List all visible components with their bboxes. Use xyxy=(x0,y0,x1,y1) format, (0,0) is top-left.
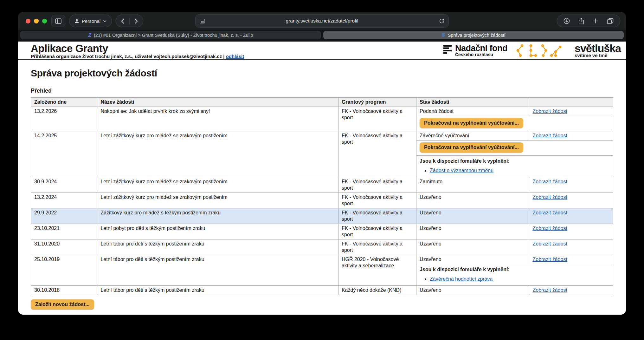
share-icon[interactable] xyxy=(578,18,584,24)
view-application-link[interactable]: Zobrazit žádost xyxy=(532,194,567,200)
toolbar-actions xyxy=(557,15,620,27)
header-logos: Nadační fond Českého rozhlasu xyxy=(443,43,621,58)
applications-table-header-row: Založeno dneNázev žádostiGrantový progra… xyxy=(31,98,613,107)
application-status-cell: Uzavřeno xyxy=(416,255,529,264)
application-row: 31.10.2020Letní tábor pro děti s těžkým … xyxy=(31,239,613,255)
application-date-cell: 13.2.2024 xyxy=(31,193,97,208)
view-application-link[interactable]: Zobrazit žádost xyxy=(532,179,567,184)
application-row: 25.10.2019Letní tábor pro děti s těžkým … xyxy=(31,255,613,264)
granty-favicon-icon xyxy=(441,33,445,37)
application-date-cell: 30.10.2018 xyxy=(31,286,97,295)
application-row: 29.9.2022Zážitkový kurz pro mládež s těž… xyxy=(31,208,613,224)
application-name-cell: Nakopni se: Jak udělat prvník krok za sv… xyxy=(97,107,338,131)
window-controls xyxy=(26,19,47,23)
application-program-cell: FK - Volnočasové aktivity a sport xyxy=(338,208,416,224)
application-link-cell: Zobrazit žádost xyxy=(529,107,613,116)
continue-accounting-button[interactable]: Pokračovat na vyplňování vyúčtování... xyxy=(420,118,523,128)
application-link-cell: Zobrazit žádost xyxy=(529,193,613,208)
nadacni-fond-text: Nadační fond Českého rozhlasu xyxy=(455,44,507,57)
application-link-cell: Zobrazit žádost xyxy=(529,239,613,255)
sidebar-toggle-button[interactable] xyxy=(51,15,65,27)
application-date-cell: 31.10.2020 xyxy=(31,239,97,255)
form-link[interactable]: Závěrečná hodnotící zpráva xyxy=(430,276,493,282)
tab-granty-active[interactable]: Správa projektových žádostí xyxy=(323,31,624,39)
application-row: 13.2.2026Nakopni se: Jak udělat prvník k… xyxy=(31,107,613,116)
nadacni-fond-logo: Nadační fond Českého rozhlasu xyxy=(443,44,507,57)
forms-list-item: Závěrečná hodnotící zpráva xyxy=(430,276,610,282)
forms-list-item: Žádost o významnou změnu xyxy=(430,167,610,174)
application-name-cell: Zážitkový kurz pro mládež s těžkým posti… xyxy=(97,208,338,224)
view-application-link[interactable]: Zobrazit žádost xyxy=(532,287,567,293)
applications-column-header-1: Název žádosti xyxy=(97,98,338,107)
view-application-link[interactable]: Zobrazit žádost xyxy=(532,108,567,114)
application-status-cell: Uzavřeno xyxy=(416,224,529,239)
applications-column-header-0: Založeno dne xyxy=(31,98,97,107)
application-status-cell: Podaná žádost xyxy=(416,107,529,116)
close-window-button[interactable] xyxy=(26,19,30,23)
view-application-link[interactable]: Zobrazit žádost xyxy=(532,226,567,231)
application-program-cell: FK - Volnočasové aktivity a sport xyxy=(338,131,416,177)
login-status-text: Přihlášená organizace Život trochu jinak… xyxy=(31,54,225,59)
applications-column-header-4 xyxy=(529,98,613,107)
new-request-button[interactable]: Založit novou žádost... xyxy=(31,299,94,310)
application-date-cell: 29.9.2022 xyxy=(31,208,97,224)
application-program-cell: FK - Volnočasové aktivity a sport xyxy=(338,224,416,239)
tab-zulip[interactable]: Z (21) #01 Organizacni > Grant Svetluska… xyxy=(20,31,321,39)
application-row: 30.10.2018Letní tábor pro děti s těžkým … xyxy=(31,286,613,295)
zulip-favicon-icon: Z xyxy=(88,32,91,38)
sidebar-icon xyxy=(55,18,61,24)
application-row: 13.2.2024Letní zážitkový kurz pro mládež… xyxy=(31,193,613,208)
application-link-cell: Zobrazit žádost xyxy=(529,208,613,224)
application-name-cell: Letní zážitkový kurz pro mládež se zrako… xyxy=(97,193,338,208)
profile-label: Personal xyxy=(82,18,100,24)
back-button[interactable] xyxy=(116,15,129,27)
profile-switcher[interactable]: Personal xyxy=(69,15,112,27)
address-bar[interactable]: granty.svetluska.net/zadatel/profil xyxy=(195,14,449,28)
minimize-window-button[interactable] xyxy=(34,19,39,23)
view-application-link[interactable]: Zobrazit žádost xyxy=(532,257,567,262)
continue-accounting-button[interactable]: Pokračovat na vyplňování vyúčtování... xyxy=(420,142,523,153)
application-date-cell: 13.2.2026 xyxy=(31,107,97,131)
application-status-cell: Uzavřeno xyxy=(416,239,529,255)
new-tab-icon[interactable] xyxy=(593,18,598,24)
chevron-down-icon xyxy=(103,20,106,22)
view-application-link[interactable]: Zobrazit žádost xyxy=(532,241,567,246)
downloads-icon[interactable] xyxy=(564,18,570,24)
tab-granty-label: Správa projektových žádostí xyxy=(448,33,506,38)
forms-list: Závěrečná hodnotící zpráva xyxy=(420,276,610,282)
zoom-window-button[interactable] xyxy=(42,19,47,23)
application-program-cell: Každý něco dokáže (KND) xyxy=(338,286,416,295)
tab-overview-icon[interactable] xyxy=(607,18,614,24)
forward-button[interactable] xyxy=(130,15,143,27)
form-link[interactable]: Žádost o významnou změnu xyxy=(430,168,493,173)
application-action-cell: Pokračovat na vyplňování vyúčtování... xyxy=(416,141,613,156)
browser-window: Personal xyxy=(18,12,626,315)
application-row: 23.10.2021Letní pobyt pro děti s těžkým … xyxy=(31,224,613,239)
applications-table: Založeno dneNázev žádostiGrantový progra… xyxy=(31,97,613,295)
application-program-cell: FK - Volnočasové aktivity a sport xyxy=(338,177,416,193)
application-date-cell: 23.10.2021 xyxy=(31,224,97,239)
svetluska-logo-text: světluška svítíme ve tmě xyxy=(575,43,621,58)
application-name-cell: Letní pobyt pro děti s těžkým postižením… xyxy=(97,224,338,239)
reload-icon[interactable] xyxy=(439,18,444,24)
application-link-cell: Zobrazit žádost xyxy=(529,131,613,141)
application-link-cell: Zobrazit žádost xyxy=(529,177,613,193)
svetluska-line1: světluška xyxy=(575,43,621,53)
view-application-link[interactable]: Zobrazit žádost xyxy=(532,133,567,138)
nadacni-fond-line1: Nadační fond xyxy=(455,44,507,52)
application-date-cell: 25.10.2019 xyxy=(31,255,97,286)
application-program-cell: FK - Volnočasové aktivity a sport xyxy=(338,193,416,208)
history-nav xyxy=(116,15,143,27)
page-settings-icon[interactable] xyxy=(200,19,205,23)
applications-column-header-2: Grantový program xyxy=(338,98,416,107)
page-content: Aplikace Granty Přihlášená organizace Ži… xyxy=(18,42,626,315)
application-status-cell: Uzavřeno xyxy=(416,193,529,208)
application-status-cell: Závěrečné vyúčtování xyxy=(416,131,529,141)
logout-link[interactable]: odhlásit xyxy=(226,54,244,59)
application-row: 30.9.2024Letní zážitkový kurz pro mládež… xyxy=(31,177,613,193)
view-application-link[interactable]: Zobrazit žádost xyxy=(532,210,567,215)
applications-column-header-3: Stav žádosti xyxy=(416,98,529,107)
application-status-cell: Uzavřeno xyxy=(416,286,529,295)
site-header: Aplikace Granty Přihlášená organizace Ži… xyxy=(18,42,626,60)
application-date-cell: 14.2.2025 xyxy=(31,131,97,177)
